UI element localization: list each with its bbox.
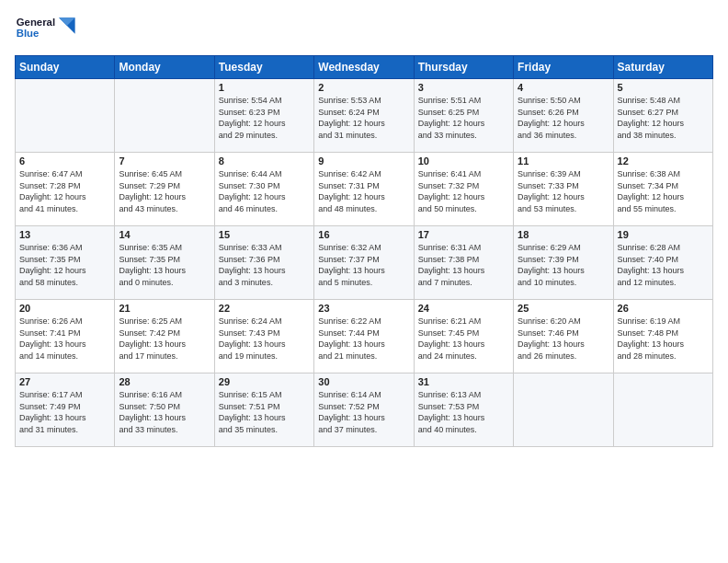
calendar-cell: 8Sunrise: 6:44 AM Sunset: 7:30 PM Daylig… xyxy=(214,153,313,226)
day-number: 18 xyxy=(518,229,609,240)
day-info: Sunrise: 6:44 AM Sunset: 7:30 PM Dayligh… xyxy=(219,168,310,214)
calendar-cell: 1Sunrise: 5:54 AM Sunset: 6:23 PM Daylig… xyxy=(214,79,313,153)
calendar-cell: 7Sunrise: 6:45 AM Sunset: 7:29 PM Daylig… xyxy=(115,153,214,226)
calendar-cell xyxy=(16,79,115,153)
calendar-cell: 27Sunrise: 6:17 AM Sunset: 7:49 PM Dayli… xyxy=(16,373,115,447)
calendar-cell: 29Sunrise: 6:15 AM Sunset: 7:51 PM Dayli… xyxy=(214,373,313,447)
svg-text:Blue: Blue xyxy=(17,28,40,39)
logo: General Blue xyxy=(15,11,79,48)
day-info: Sunrise: 6:31 AM Sunset: 7:38 PM Dayligh… xyxy=(418,242,509,288)
day-number: 27 xyxy=(19,376,110,387)
day-number: 4 xyxy=(518,82,609,93)
calendar-cell: 17Sunrise: 6:31 AM Sunset: 7:38 PM Dayli… xyxy=(414,226,513,300)
calendar-cell: 20Sunrise: 6:26 AM Sunset: 7:41 PM Dayli… xyxy=(16,300,115,373)
weekday-header-tuesday: Tuesday xyxy=(214,56,313,79)
day-number: 14 xyxy=(119,229,210,240)
calendar-week-row: 27Sunrise: 6:17 AM Sunset: 7:49 PM Dayli… xyxy=(16,373,713,447)
calendar-cell: 22Sunrise: 6:24 AM Sunset: 7:43 PM Dayli… xyxy=(214,300,313,373)
calendar-cell: 16Sunrise: 6:32 AM Sunset: 7:37 PM Dayli… xyxy=(314,226,414,300)
page-header: General Blue xyxy=(15,11,713,48)
day-number: 22 xyxy=(219,303,310,314)
day-info: Sunrise: 6:38 AM Sunset: 7:34 PM Dayligh… xyxy=(618,168,709,214)
day-number: 29 xyxy=(219,376,310,387)
day-info: Sunrise: 6:26 AM Sunset: 7:41 PM Dayligh… xyxy=(19,316,110,362)
calendar-cell: 18Sunrise: 6:29 AM Sunset: 7:39 PM Dayli… xyxy=(514,226,613,300)
calendar-cell xyxy=(613,373,712,447)
calendar-cell: 13Sunrise: 6:36 AM Sunset: 7:35 PM Dayli… xyxy=(16,226,115,300)
calendar-table: SundayMondayTuesdayWednesdayThursdayFrid… xyxy=(15,55,713,447)
calendar-cell: 21Sunrise: 6:25 AM Sunset: 7:42 PM Dayli… xyxy=(115,300,214,373)
day-info: Sunrise: 5:48 AM Sunset: 6:27 PM Dayligh… xyxy=(618,95,709,141)
day-info: Sunrise: 6:20 AM Sunset: 7:46 PM Dayligh… xyxy=(518,316,609,362)
day-info: Sunrise: 6:33 AM Sunset: 7:36 PM Dayligh… xyxy=(219,242,310,288)
day-info: Sunrise: 6:39 AM Sunset: 7:33 PM Dayligh… xyxy=(518,168,609,214)
day-number: 23 xyxy=(318,303,409,314)
calendar-cell: 30Sunrise: 6:14 AM Sunset: 7:52 PM Dayli… xyxy=(314,373,414,447)
calendar-cell: 9Sunrise: 6:42 AM Sunset: 7:31 PM Daylig… xyxy=(314,153,414,226)
day-info: Sunrise: 6:41 AM Sunset: 7:32 PM Dayligh… xyxy=(418,168,509,214)
day-info: Sunrise: 5:53 AM Sunset: 6:24 PM Dayligh… xyxy=(318,95,409,141)
day-info: Sunrise: 6:17 AM Sunset: 7:49 PM Dayligh… xyxy=(19,389,110,435)
day-number: 19 xyxy=(618,229,709,240)
day-info: Sunrise: 6:32 AM Sunset: 7:37 PM Dayligh… xyxy=(318,242,409,288)
weekday-header-monday: Monday xyxy=(115,56,214,79)
calendar-cell xyxy=(115,79,214,153)
calendar-cell: 25Sunrise: 6:20 AM Sunset: 7:46 PM Dayli… xyxy=(514,300,613,373)
calendar-cell: 15Sunrise: 6:33 AM Sunset: 7:36 PM Dayli… xyxy=(214,226,313,300)
calendar-cell: 6Sunrise: 6:47 AM Sunset: 7:28 PM Daylig… xyxy=(16,153,115,226)
day-info: Sunrise: 6:42 AM Sunset: 7:31 PM Dayligh… xyxy=(318,168,409,214)
day-info: Sunrise: 6:29 AM Sunset: 7:39 PM Dayligh… xyxy=(518,242,609,288)
logo-svg: General Blue xyxy=(15,11,79,48)
calendar-week-row: 1Sunrise: 5:54 AM Sunset: 6:23 PM Daylig… xyxy=(16,79,713,153)
day-number: 30 xyxy=(318,376,409,387)
calendar-cell: 3Sunrise: 5:51 AM Sunset: 6:25 PM Daylig… xyxy=(414,79,513,153)
day-number: 10 xyxy=(418,155,509,167)
day-number: 7 xyxy=(119,155,210,167)
day-number: 21 xyxy=(119,303,210,314)
day-info: Sunrise: 6:19 AM Sunset: 7:48 PM Dayligh… xyxy=(618,316,709,362)
day-info: Sunrise: 6:22 AM Sunset: 7:44 PM Dayligh… xyxy=(318,316,409,362)
day-number: 20 xyxy=(19,303,110,314)
day-number: 13 xyxy=(19,229,110,240)
calendar-cell: 11Sunrise: 6:39 AM Sunset: 7:33 PM Dayli… xyxy=(514,153,613,226)
weekday-header-wednesday: Wednesday xyxy=(314,56,414,79)
day-info: Sunrise: 6:16 AM Sunset: 7:50 PM Dayligh… xyxy=(119,389,210,435)
day-number: 5 xyxy=(618,82,709,93)
day-number: 25 xyxy=(518,303,609,314)
calendar-cell: 4Sunrise: 5:50 AM Sunset: 6:26 PM Daylig… xyxy=(514,79,613,153)
day-number: 31 xyxy=(418,376,509,387)
day-number: 2 xyxy=(318,82,409,93)
day-info: Sunrise: 6:13 AM Sunset: 7:53 PM Dayligh… xyxy=(418,389,509,435)
day-number: 28 xyxy=(119,376,210,387)
day-info: Sunrise: 6:24 AM Sunset: 7:43 PM Dayligh… xyxy=(219,316,310,362)
day-number: 15 xyxy=(219,229,310,240)
calendar-cell: 19Sunrise: 6:28 AM Sunset: 7:40 PM Dayli… xyxy=(613,226,712,300)
day-info: Sunrise: 6:15 AM Sunset: 7:51 PM Dayligh… xyxy=(219,389,310,435)
calendar-week-row: 13Sunrise: 6:36 AM Sunset: 7:35 PM Dayli… xyxy=(16,226,713,300)
page-container: General Blue SundayMondayTuesdayWednesda… xyxy=(0,0,728,454)
day-number: 24 xyxy=(418,303,509,314)
day-number: 8 xyxy=(219,155,310,167)
day-info: Sunrise: 5:50 AM Sunset: 6:26 PM Dayligh… xyxy=(518,95,609,141)
day-info: Sunrise: 5:51 AM Sunset: 6:25 PM Dayligh… xyxy=(418,95,509,141)
calendar-cell: 26Sunrise: 6:19 AM Sunset: 7:48 PM Dayli… xyxy=(613,300,712,373)
calendar-week-row: 6Sunrise: 6:47 AM Sunset: 7:28 PM Daylig… xyxy=(16,153,713,226)
day-number: 3 xyxy=(418,82,509,93)
calendar-cell: 31Sunrise: 6:13 AM Sunset: 7:53 PM Dayli… xyxy=(414,373,513,447)
calendar-cell: 28Sunrise: 6:16 AM Sunset: 7:50 PM Dayli… xyxy=(115,373,214,447)
day-info: Sunrise: 5:54 AM Sunset: 6:23 PM Dayligh… xyxy=(219,95,310,141)
day-info: Sunrise: 6:35 AM Sunset: 7:35 PM Dayligh… xyxy=(119,242,210,288)
weekday-header-row: SundayMondayTuesdayWednesdayThursdayFrid… xyxy=(16,56,713,79)
day-info: Sunrise: 6:45 AM Sunset: 7:29 PM Dayligh… xyxy=(119,168,210,214)
day-info: Sunrise: 6:25 AM Sunset: 7:42 PM Dayligh… xyxy=(119,316,210,362)
day-number: 26 xyxy=(618,303,709,314)
calendar-cell: 5Sunrise: 5:48 AM Sunset: 6:27 PM Daylig… xyxy=(613,79,712,153)
calendar-cell: 24Sunrise: 6:21 AM Sunset: 7:45 PM Dayli… xyxy=(414,300,513,373)
weekday-header-sunday: Sunday xyxy=(16,56,115,79)
day-info: Sunrise: 6:14 AM Sunset: 7:52 PM Dayligh… xyxy=(318,389,409,435)
day-info: Sunrise: 6:47 AM Sunset: 7:28 PM Dayligh… xyxy=(19,168,110,214)
day-number: 12 xyxy=(618,155,709,167)
day-number: 17 xyxy=(418,229,509,240)
day-number: 9 xyxy=(318,155,409,167)
calendar-week-row: 20Sunrise: 6:26 AM Sunset: 7:41 PM Dayli… xyxy=(16,300,713,373)
